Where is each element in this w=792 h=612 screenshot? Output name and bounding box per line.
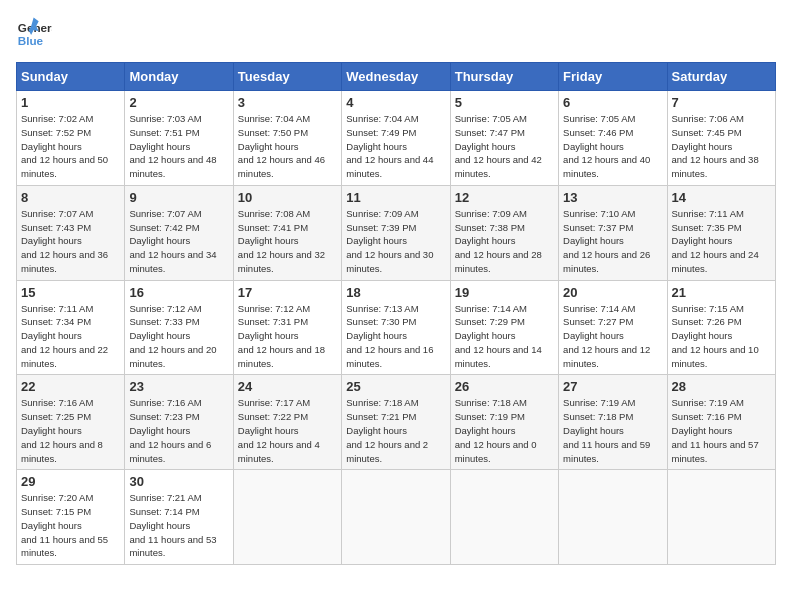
day-detail: Sunrise: 7:11 AMSunset: 7:35 PMDaylight … [672, 208, 759, 274]
day-number: 24 [238, 379, 337, 394]
calendar-cell: 12 Sunrise: 7:09 AMSunset: 7:38 PMDaylig… [450, 185, 558, 280]
calendar-cell [667, 470, 775, 565]
day-detail: Sunrise: 7:14 AMSunset: 7:29 PMDaylight … [455, 303, 542, 369]
calendar-cell: 23 Sunrise: 7:16 AMSunset: 7:23 PMDaylig… [125, 375, 233, 470]
day-number: 29 [21, 474, 120, 489]
calendar-cell: 13 Sunrise: 7:10 AMSunset: 7:37 PMDaylig… [559, 185, 667, 280]
calendar-cell: 19 Sunrise: 7:14 AMSunset: 7:29 PMDaylig… [450, 280, 558, 375]
weekday-header: Sunday [17, 63, 125, 91]
calendar-cell: 15 Sunrise: 7:11 AMSunset: 7:34 PMDaylig… [17, 280, 125, 375]
day-number: 26 [455, 379, 554, 394]
calendar-cell [450, 470, 558, 565]
day-detail: Sunrise: 7:21 AMSunset: 7:14 PMDaylight … [129, 492, 216, 558]
calendar-cell: 16 Sunrise: 7:12 AMSunset: 7:33 PMDaylig… [125, 280, 233, 375]
day-number: 28 [672, 379, 771, 394]
day-number: 21 [672, 285, 771, 300]
day-detail: Sunrise: 7:03 AMSunset: 7:51 PMDaylight … [129, 113, 216, 179]
calendar-cell: 29 Sunrise: 7:20 AMSunset: 7:15 PMDaylig… [17, 470, 125, 565]
calendar-cell: 20 Sunrise: 7:14 AMSunset: 7:27 PMDaylig… [559, 280, 667, 375]
logo-icon: General Blue [16, 16, 52, 52]
calendar-cell: 17 Sunrise: 7:12 AMSunset: 7:31 PMDaylig… [233, 280, 341, 375]
calendar-week-row: 22 Sunrise: 7:16 AMSunset: 7:25 PMDaylig… [17, 375, 776, 470]
day-number: 3 [238, 95, 337, 110]
calendar-cell: 3 Sunrise: 7:04 AMSunset: 7:50 PMDayligh… [233, 91, 341, 186]
day-detail: Sunrise: 7:15 AMSunset: 7:26 PMDaylight … [672, 303, 759, 369]
day-detail: Sunrise: 7:19 AMSunset: 7:18 PMDaylight … [563, 397, 650, 463]
day-number: 11 [346, 190, 445, 205]
weekday-header: Friday [559, 63, 667, 91]
svg-text:Blue: Blue [18, 34, 44, 47]
day-number: 27 [563, 379, 662, 394]
calendar-header: SundayMondayTuesdayWednesdayThursdayFrid… [17, 63, 776, 91]
page-header: General Blue [16, 16, 776, 52]
calendar-cell: 1 Sunrise: 7:02 AMSunset: 7:52 PMDayligh… [17, 91, 125, 186]
weekday-header: Thursday [450, 63, 558, 91]
day-number: 19 [455, 285, 554, 300]
day-detail: Sunrise: 7:18 AMSunset: 7:19 PMDaylight … [455, 397, 537, 463]
calendar-table: SundayMondayTuesdayWednesdayThursdayFrid… [16, 62, 776, 565]
calendar-cell [342, 470, 450, 565]
calendar-cell: 28 Sunrise: 7:19 AMSunset: 7:16 PMDaylig… [667, 375, 775, 470]
calendar-cell: 26 Sunrise: 7:18 AMSunset: 7:19 PMDaylig… [450, 375, 558, 470]
logo: General Blue [16, 16, 52, 52]
calendar-week-row: 29 Sunrise: 7:20 AMSunset: 7:15 PMDaylig… [17, 470, 776, 565]
day-number: 9 [129, 190, 228, 205]
day-number: 7 [672, 95, 771, 110]
calendar-cell [233, 470, 341, 565]
day-detail: Sunrise: 7:08 AMSunset: 7:41 PMDaylight … [238, 208, 325, 274]
day-number: 14 [672, 190, 771, 205]
day-detail: Sunrise: 7:20 AMSunset: 7:15 PMDaylight … [21, 492, 108, 558]
day-number: 23 [129, 379, 228, 394]
calendar-cell: 30 Sunrise: 7:21 AMSunset: 7:14 PMDaylig… [125, 470, 233, 565]
day-detail: Sunrise: 7:09 AMSunset: 7:39 PMDaylight … [346, 208, 433, 274]
calendar-cell: 25 Sunrise: 7:18 AMSunset: 7:21 PMDaylig… [342, 375, 450, 470]
calendar-cell: 7 Sunrise: 7:06 AMSunset: 7:45 PMDayligh… [667, 91, 775, 186]
day-number: 8 [21, 190, 120, 205]
calendar-cell: 10 Sunrise: 7:08 AMSunset: 7:41 PMDaylig… [233, 185, 341, 280]
day-detail: Sunrise: 7:04 AMSunset: 7:50 PMDaylight … [238, 113, 325, 179]
calendar-cell: 8 Sunrise: 7:07 AMSunset: 7:43 PMDayligh… [17, 185, 125, 280]
day-detail: Sunrise: 7:06 AMSunset: 7:45 PMDaylight … [672, 113, 759, 179]
calendar-cell: 9 Sunrise: 7:07 AMSunset: 7:42 PMDayligh… [125, 185, 233, 280]
calendar-week-row: 15 Sunrise: 7:11 AMSunset: 7:34 PMDaylig… [17, 280, 776, 375]
day-number: 15 [21, 285, 120, 300]
day-detail: Sunrise: 7:17 AMSunset: 7:22 PMDaylight … [238, 397, 320, 463]
calendar-cell: 5 Sunrise: 7:05 AMSunset: 7:47 PMDayligh… [450, 91, 558, 186]
day-detail: Sunrise: 7:12 AMSunset: 7:31 PMDaylight … [238, 303, 325, 369]
calendar-week-row: 1 Sunrise: 7:02 AMSunset: 7:52 PMDayligh… [17, 91, 776, 186]
day-number: 17 [238, 285, 337, 300]
day-number: 22 [21, 379, 120, 394]
day-number: 18 [346, 285, 445, 300]
day-number: 5 [455, 95, 554, 110]
weekday-header: Tuesday [233, 63, 341, 91]
calendar-cell: 11 Sunrise: 7:09 AMSunset: 7:39 PMDaylig… [342, 185, 450, 280]
day-detail: Sunrise: 7:05 AMSunset: 7:46 PMDaylight … [563, 113, 650, 179]
day-number: 1 [21, 95, 120, 110]
day-number: 16 [129, 285, 228, 300]
calendar-cell: 4 Sunrise: 7:04 AMSunset: 7:49 PMDayligh… [342, 91, 450, 186]
calendar-cell: 21 Sunrise: 7:15 AMSunset: 7:26 PMDaylig… [667, 280, 775, 375]
day-detail: Sunrise: 7:14 AMSunset: 7:27 PMDaylight … [563, 303, 650, 369]
day-detail: Sunrise: 7:16 AMSunset: 7:25 PMDaylight … [21, 397, 103, 463]
day-detail: Sunrise: 7:09 AMSunset: 7:38 PMDaylight … [455, 208, 542, 274]
day-number: 4 [346, 95, 445, 110]
day-detail: Sunrise: 7:10 AMSunset: 7:37 PMDaylight … [563, 208, 650, 274]
day-number: 6 [563, 95, 662, 110]
day-detail: Sunrise: 7:07 AMSunset: 7:43 PMDaylight … [21, 208, 108, 274]
day-number: 13 [563, 190, 662, 205]
calendar-cell: 27 Sunrise: 7:19 AMSunset: 7:18 PMDaylig… [559, 375, 667, 470]
day-detail: Sunrise: 7:12 AMSunset: 7:33 PMDaylight … [129, 303, 216, 369]
calendar-cell: 24 Sunrise: 7:17 AMSunset: 7:22 PMDaylig… [233, 375, 341, 470]
day-number: 10 [238, 190, 337, 205]
weekday-header: Saturday [667, 63, 775, 91]
calendar-week-row: 8 Sunrise: 7:07 AMSunset: 7:43 PMDayligh… [17, 185, 776, 280]
day-number: 2 [129, 95, 228, 110]
day-detail: Sunrise: 7:07 AMSunset: 7:42 PMDaylight … [129, 208, 216, 274]
weekday-header: Monday [125, 63, 233, 91]
day-detail: Sunrise: 7:05 AMSunset: 7:47 PMDaylight … [455, 113, 542, 179]
calendar-cell: 14 Sunrise: 7:11 AMSunset: 7:35 PMDaylig… [667, 185, 775, 280]
day-number: 20 [563, 285, 662, 300]
day-detail: Sunrise: 7:16 AMSunset: 7:23 PMDaylight … [129, 397, 211, 463]
calendar-cell: 22 Sunrise: 7:16 AMSunset: 7:25 PMDaylig… [17, 375, 125, 470]
weekday-header: Wednesday [342, 63, 450, 91]
